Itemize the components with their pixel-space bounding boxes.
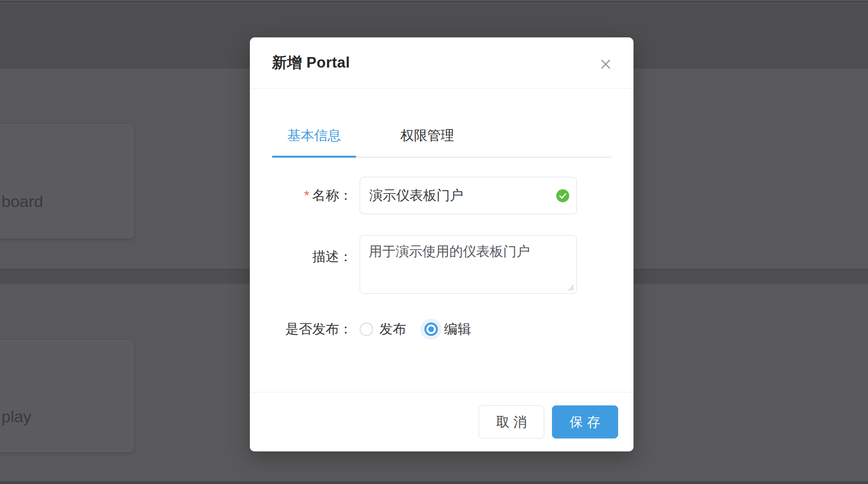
background-card-dashboard: board (0, 125, 133, 238)
tab-label: 权限管理 (400, 128, 454, 143)
publish-label: 是否发布： (272, 320, 352, 338)
name-input-wrap (360, 177, 577, 214)
tab-bar: 基本信息 权限管理 (272, 115, 611, 158)
publish-radio-group: 发布 编辑 (360, 320, 471, 338)
screen: board play 新增 Portal 基本信息 权限管理 *名称： (0, 0, 868, 484)
publish-field-row: 是否发布： 发布 编辑 (272, 316, 633, 343)
resize-handle-icon[interactable] (567, 284, 575, 291)
description-textarea[interactable]: 用于演示使用的仪表板门户 (360, 235, 577, 294)
background-card-title: play (1, 407, 31, 426)
radio-edit-label: 编辑 (444, 320, 471, 338)
background-bottom-strip (0, 481, 868, 484)
description-value: 用于演示使用的仪表板门户 (369, 244, 530, 259)
portal-form: *名称： 描述： 用于演示使用的仪表板门户 (250, 177, 633, 343)
name-field-row: *名称： (272, 177, 633, 214)
description-field-row: 描述： 用于演示使用的仪表板门户 (272, 235, 633, 294)
tab-permissions[interactable]: 权限管理 (385, 115, 469, 157)
radio-unchecked-icon (360, 323, 373, 336)
valid-check-icon (556, 189, 569, 202)
background-top-strip (0, 0, 868, 2)
background-card-title: board (1, 192, 43, 210)
radio-checked-icon (424, 323, 438, 336)
cancel-button[interactable]: 取 消 (479, 405, 544, 438)
required-asterisk: * (304, 188, 309, 203)
add-portal-dialog: 新增 Portal 基本信息 权限管理 *名称： (250, 37, 633, 451)
tab-label: 基本信息 (287, 128, 341, 143)
save-button[interactable]: 保 存 (552, 405, 618, 438)
radio-edit[interactable]: 编辑 (424, 320, 471, 338)
dialog-footer: 取 消 保 存 (250, 392, 633, 451)
name-input[interactable] (360, 177, 577, 214)
dialog-header: 新增 Portal (250, 37, 633, 89)
background-card-display: play (0, 340, 133, 452)
description-label: 描述： (272, 235, 352, 266)
dialog-title: 新增 Portal (272, 53, 350, 73)
radio-publish[interactable]: 发布 (360, 320, 406, 338)
close-icon (598, 57, 613, 72)
tab-basic-info[interactable]: 基本信息 (272, 115, 356, 157)
radio-publish-label: 发布 (379, 320, 406, 338)
name-label: *名称： (272, 186, 352, 205)
name-label-text: 名称： (312, 188, 352, 203)
close-button[interactable] (596, 55, 615, 74)
